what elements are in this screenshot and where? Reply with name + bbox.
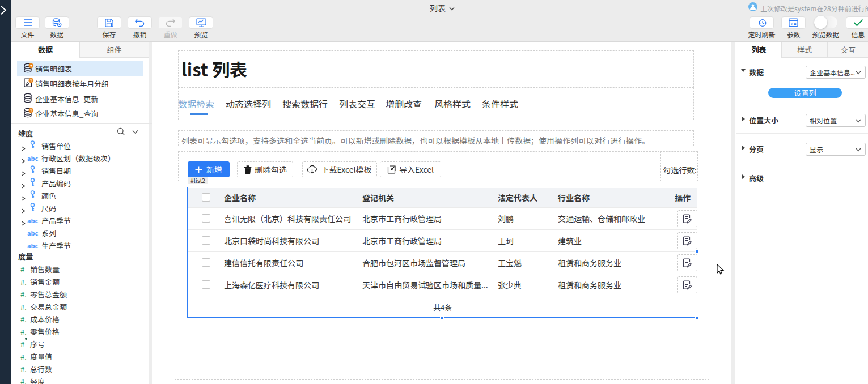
svg-text:x: x <box>790 21 793 27</box>
